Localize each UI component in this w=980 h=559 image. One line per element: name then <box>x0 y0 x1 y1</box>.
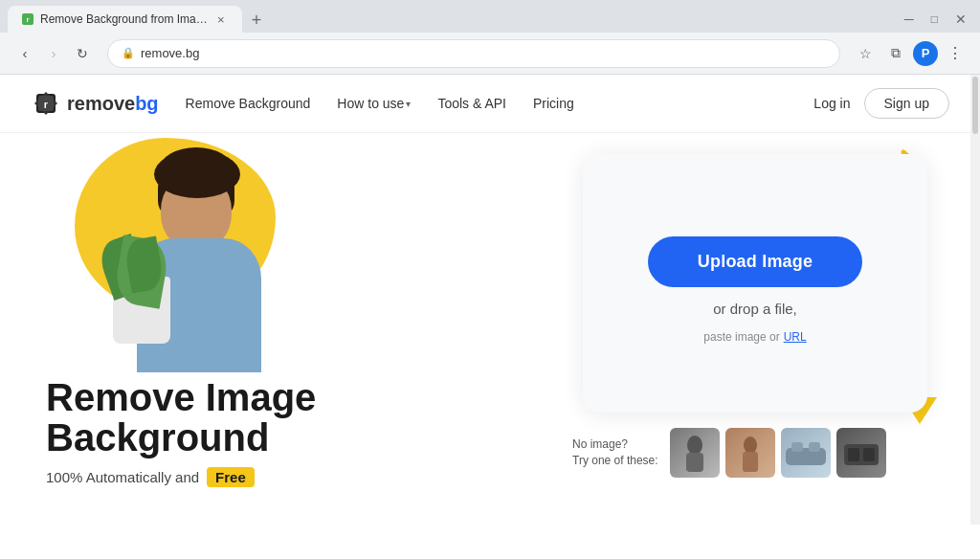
nav-link-how-to-use[interactable]: How to use ▾ <box>337 96 411 111</box>
nav-link-remove-background[interactable]: Remove Background <box>186 96 311 111</box>
window-controls: ─ □ ✕ <box>899 11 972 27</box>
reload-button[interactable]: ↻ <box>69 40 96 67</box>
close-window-button[interactable]: ✕ <box>949 11 972 27</box>
url-link[interactable]: URL <box>784 330 807 344</box>
svg-point-6 <box>687 436 702 455</box>
svg-rect-9 <box>743 452 758 472</box>
hero-section: Remove Image Background 100% Automatical… <box>0 133 980 525</box>
add-tab-button[interactable]: + <box>246 10 268 31</box>
upload-image-button[interactable]: Upload Image <box>648 236 862 287</box>
svg-rect-7 <box>686 453 703 472</box>
hero-text: Remove Image Background 100% Automatical… <box>46 377 568 487</box>
nav-link-tools-api[interactable]: Tools & API <box>437 96 506 111</box>
hero-subtitle: 100% Automatically and Free <box>46 467 568 487</box>
upload-card: Upload Image or drop a file, paste image… <box>583 154 927 413</box>
svg-rect-10 <box>786 448 826 465</box>
scrollbar-thumb <box>972 77 978 134</box>
minimize-button[interactable]: ─ <box>899 11 920 27</box>
logo-icon: r <box>31 88 61 119</box>
logo-text: removebg <box>67 93 159 115</box>
back-button[interactable]: ‹ <box>11 40 38 67</box>
toolbar: ‹ › ↻ 🔒 remove.bg ☆ ⧉ P ⋮ <box>0 33 980 75</box>
website: r removebg Remove Background How to use … <box>0 75 980 525</box>
svg-rect-14 <box>848 448 859 461</box>
hero-left: Remove Image Background 100% Automatical… <box>46 143 568 515</box>
scrollbar[interactable] <box>970 75 980 525</box>
svg-point-8 <box>744 436 757 454</box>
secure-icon: 🔒 <box>122 47 135 59</box>
svg-text:r: r <box>44 99 49 110</box>
url-display: remove.bg <box>141 46 826 60</box>
logo[interactable]: r removebg <box>31 88 159 119</box>
profile-button[interactable]: P <box>913 41 938 66</box>
how-to-use-chevron-icon: ▾ <box>406 99 411 109</box>
tab-favicon: r <box>21 12 34 26</box>
sample-image-2[interactable] <box>725 428 775 478</box>
sample-image-3[interactable] <box>781 428 831 478</box>
more-button[interactable]: ⋮ <box>942 40 969 67</box>
sample-label: No image? Try one of these: <box>572 436 658 469</box>
signup-button[interactable]: Sign up <box>864 88 949 119</box>
logo-colored-text: bg <box>135 93 158 114</box>
omnibox[interactable]: 🔒 remove.bg <box>107 39 840 68</box>
nav-link-pricing[interactable]: Pricing <box>533 96 574 111</box>
sample-images <box>670 428 886 478</box>
sample-image-1[interactable] <box>670 428 720 478</box>
hero-title: Remove Image Background <box>46 377 568 458</box>
sample-images-row: No image? Try one of these: <box>568 428 886 478</box>
tab-title: Remove Background from Ima… <box>40 12 208 26</box>
forward-button[interactable]: › <box>40 40 67 67</box>
nav-buttons: ‹ › ↻ <box>11 40 96 67</box>
svg-rect-11 <box>791 442 803 452</box>
site-nav: r removebg Remove Background How to use … <box>0 75 980 133</box>
nav-right: Log in Sign up <box>813 88 949 119</box>
drop-hint-sub: paste image or URL <box>703 330 806 344</box>
browser-action-buttons: ☆ ⧉ P ⋮ <box>852 40 969 67</box>
active-tab[interactable]: r Remove Background from Ima… × <box>8 6 242 33</box>
login-link[interactable]: Log in <box>813 96 850 111</box>
extensions-button[interactable]: ⧉ <box>882 40 909 67</box>
svg-rect-12 <box>809 442 820 452</box>
drop-hint-text: or drop a file, <box>713 301 797 317</box>
bookmark-button[interactable]: ☆ <box>852 40 879 67</box>
svg-rect-15 <box>863 448 875 461</box>
hero-person-illustration <box>99 143 319 372</box>
svg-text:r: r <box>26 15 29 24</box>
sample-image-4[interactable] <box>836 428 886 478</box>
tab-bar: r Remove Background from Ima… × + ─ □ ✕ <box>0 0 980 33</box>
tab-close-button[interactable]: × <box>213 11 229 27</box>
maximize-button[interactable]: □ <box>925 12 944 26</box>
free-badge: Free <box>207 467 255 487</box>
hero-right: Upload Image or drop a file, paste image… <box>568 143 942 515</box>
